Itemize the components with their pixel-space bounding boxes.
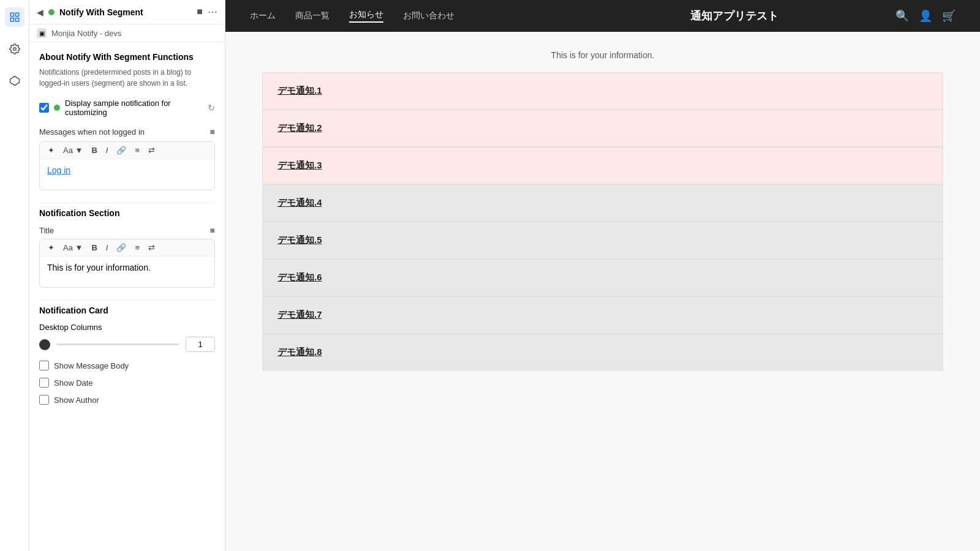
sample-notification-label: Display sample notification for customiz… xyxy=(65,99,203,117)
nav-contact[interactable]: お問い合わせ xyxy=(403,10,454,21)
notification-item[interactable]: デモ通知.5 xyxy=(262,222,943,259)
notification-item-title: デモ通知.3 xyxy=(277,160,322,170)
title-font-btn[interactable]: Aa ▼ xyxy=(60,242,86,253)
more-icon[interactable]: ⋯ xyxy=(208,6,217,18)
font-btn[interactable]: Aa ▼ xyxy=(60,144,86,156)
notification-item[interactable]: デモ通知.7 xyxy=(262,296,943,334)
nav-news[interactable]: お知らせ xyxy=(349,9,383,23)
title-italic-btn[interactable]: I xyxy=(103,242,111,253)
notification-item-title: デモ通知.7 xyxy=(277,309,322,320)
desktop-columns-slider-row: 1 xyxy=(39,337,215,352)
refresh-icon[interactable]: ↻ xyxy=(208,103,215,113)
user-icon[interactable]: 👤 xyxy=(919,9,932,23)
show-date-checkbox[interactable] xyxy=(39,378,49,388)
back-button[interactable]: ◀ xyxy=(37,7,43,17)
show-message-body-row: Show Message Body xyxy=(39,361,215,370)
svg-rect-0 xyxy=(10,13,13,16)
preview-info-text: This is for your information. xyxy=(262,50,943,60)
svg-rect-3 xyxy=(15,18,18,21)
notification-item[interactable]: デモ通知.4 xyxy=(262,184,943,222)
icon-rail-home[interactable] xyxy=(5,7,24,27)
messages-label: Messages when not logged in xyxy=(39,127,145,137)
desktop-columns-label: Desktop Columns xyxy=(39,323,215,332)
cart-icon[interactable]: 🛒 xyxy=(942,9,956,23)
title-editor-body[interactable]: This is for your information. xyxy=(40,257,214,287)
sidebar-sub-title: Monjia Notify - devs xyxy=(51,29,121,38)
svg-rect-2 xyxy=(10,18,13,21)
preview-content: This is for your information. デモ通知.1デモ通知… xyxy=(225,32,980,551)
title-magic-btn[interactable]: ✦ xyxy=(45,242,58,253)
title-field-label: Title xyxy=(39,226,54,235)
nav-products[interactable]: 商品一覧 xyxy=(295,10,330,21)
title-bold-btn[interactable]: B xyxy=(88,242,100,253)
ordered-list-btn[interactable]: ⇄ xyxy=(145,144,158,156)
notification-item-title: デモ通知.2 xyxy=(277,122,322,133)
preview-navbar: ホーム 商品一覧 お知らせ お問い合わせ 通知アプリテスト 🔍 👤 🛒 xyxy=(225,0,980,32)
login-link[interactable]: Log in xyxy=(47,165,70,175)
bold-btn[interactable]: B xyxy=(88,144,100,156)
search-icon[interactable]: 🔍 xyxy=(895,9,909,23)
title-editor: ✦ Aa ▼ B I 🔗 ≡ ⇄ This is for your inform… xyxy=(39,239,215,288)
columns-value-input[interactable]: 1 xyxy=(186,337,215,352)
sidebar-sub-header: ▣ Monjia Notify - devs xyxy=(29,24,225,42)
status-dot xyxy=(48,9,55,15)
messages-editor-body[interactable]: Log in xyxy=(40,159,214,190)
database-icon[interactable]: ■ xyxy=(197,6,203,18)
sidebar-panel: ◀ Notify With Segment ■ ⋯ ▣ Monjia Notif… xyxy=(29,0,225,551)
messages-section-header: Messages when not logged in ■ xyxy=(39,127,215,137)
title-link-btn[interactable]: 🔗 xyxy=(113,242,129,253)
sample-dot xyxy=(54,105,60,111)
svg-rect-1 xyxy=(15,13,18,16)
slider-track[interactable] xyxy=(56,343,179,345)
sidebar-header-icons: ■ ⋯ xyxy=(197,6,217,18)
magic-btn[interactable]: ✦ xyxy=(45,144,58,156)
icon-rail-settings[interactable] xyxy=(5,39,24,59)
title-ordered-list-btn[interactable]: ⇄ xyxy=(145,242,158,253)
messages-db-icon[interactable]: ■ xyxy=(210,127,215,137)
sub-app-icon: ▣ xyxy=(37,28,47,38)
notification-item-title: デモ通知.4 xyxy=(277,197,322,208)
about-title: About Notify With Segment Functions xyxy=(39,52,215,62)
nav-home[interactable]: ホーム xyxy=(250,10,276,21)
icon-rail xyxy=(0,0,29,551)
messages-toolbar: ✦ Aa ▼ B I 🔗 ≡ ⇄ xyxy=(40,142,214,159)
sidebar-content: About Notify With Segment Functions Noti… xyxy=(29,42,225,422)
notification-item-title: デモ通知.6 xyxy=(277,272,322,282)
title-toolbar: ✦ Aa ▼ B I 🔗 ≡ ⇄ xyxy=(40,239,214,257)
show-author-row: Show Author xyxy=(39,395,215,405)
notification-card-section: Notification Card Desktop Columns 1 Show… xyxy=(39,300,215,405)
list-btn[interactable]: ≡ xyxy=(132,144,143,156)
notification-item-title: デモ通知.5 xyxy=(277,234,322,245)
notification-item[interactable]: デモ通知.1 xyxy=(262,72,943,110)
preview-brand: 通知アプリテスト xyxy=(573,9,895,23)
preview-nav-links: ホーム 商品一覧 お知らせ お問い合わせ xyxy=(250,9,573,23)
show-message-body-label: Show Message Body xyxy=(54,361,129,370)
link-btn[interactable]: 🔗 xyxy=(113,144,129,156)
show-message-body-checkbox[interactable] xyxy=(39,361,49,370)
title-db-icon[interactable]: ■ xyxy=(210,225,215,235)
main-preview: ホーム 商品一覧 お知らせ お問い合わせ 通知アプリテスト 🔍 👤 🛒 This… xyxy=(225,0,980,551)
notification-item[interactable]: デモ通知.8 xyxy=(262,334,943,371)
sample-notification-checkbox[interactable] xyxy=(39,103,49,113)
notification-item[interactable]: デモ通知.2 xyxy=(262,110,943,147)
title-list-btn[interactable]: ≡ xyxy=(132,242,143,253)
show-author-label: Show Author xyxy=(54,395,99,405)
svg-point-4 xyxy=(13,48,16,51)
notification-list: デモ通知.1デモ通知.2デモ通知.3デモ通知.4デモ通知.5デモ通知.6デモ通知… xyxy=(262,72,943,371)
title-field-row: Title ■ xyxy=(39,225,215,235)
notification-item-title: デモ通知.1 xyxy=(277,85,322,96)
italic-btn[interactable]: I xyxy=(103,144,111,156)
svg-marker-5 xyxy=(10,77,19,86)
show-date-label: Show Date xyxy=(54,378,93,388)
show-author-checkbox[interactable] xyxy=(39,395,49,405)
notification-item[interactable]: デモ通知.6 xyxy=(262,259,943,296)
show-date-row: Show Date xyxy=(39,378,215,388)
notification-card-title: Notification Card xyxy=(39,305,215,315)
icon-rail-blocks[interactable] xyxy=(5,71,24,91)
sample-notification-row: Display sample notification for customiz… xyxy=(39,99,215,117)
notification-section-title: Notification Section xyxy=(39,203,215,218)
preview-nav-icons: 🔍 👤 🛒 xyxy=(895,9,956,23)
notification-item[interactable]: デモ通知.3 xyxy=(262,147,943,184)
sidebar-header: ◀ Notify With Segment ■ ⋯ xyxy=(29,0,225,24)
slider-knob xyxy=(39,339,50,350)
